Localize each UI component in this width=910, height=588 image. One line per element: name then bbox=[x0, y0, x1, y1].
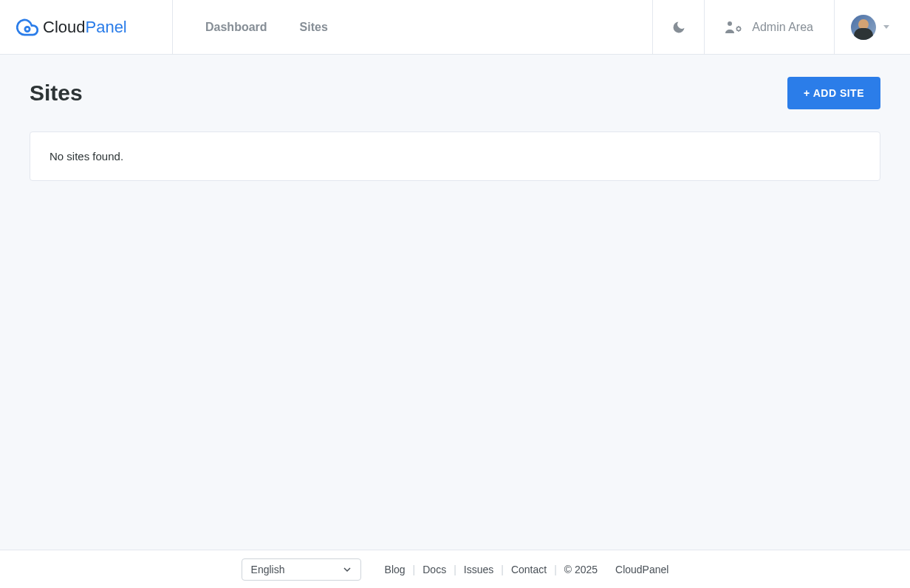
users-gear-icon bbox=[725, 20, 743, 35]
footer-links: Blog | Docs | Issues | Contact | © 2025 … bbox=[385, 564, 669, 575]
svg-point-0 bbox=[25, 27, 30, 31]
main-content: Sites + ADD SITE No sites found. bbox=[0, 55, 910, 550]
logo[interactable]: CloudPanel bbox=[0, 0, 173, 54]
theme-toggle[interactable] bbox=[652, 0, 704, 54]
footer-issues[interactable]: Issues bbox=[464, 564, 493, 575]
footer-docs[interactable]: Docs bbox=[422, 564, 446, 575]
footer-contact[interactable]: Contact bbox=[511, 564, 547, 575]
language-select[interactable]: English bbox=[242, 558, 361, 581]
avatar bbox=[851, 15, 876, 40]
chevron-down-icon bbox=[343, 565, 352, 574]
language-selected: English bbox=[251, 564, 285, 575]
footer-blog[interactable]: Blog bbox=[385, 564, 406, 575]
svg-point-2 bbox=[737, 27, 741, 30]
cloudpanel-logo-icon bbox=[16, 16, 38, 38]
moon-icon bbox=[671, 20, 686, 35]
admin-area-label: Admin Area bbox=[752, 21, 813, 34]
brand: CloudPanel bbox=[615, 564, 668, 575]
empty-state-message: No sites found. bbox=[49, 150, 861, 163]
add-site-button[interactable]: + ADD SITE bbox=[787, 77, 880, 109]
separator: | bbox=[413, 564, 416, 575]
user-menu[interactable] bbox=[834, 0, 910, 54]
header-right: Admin Area bbox=[652, 0, 910, 54]
separator: | bbox=[554, 564, 557, 575]
separator: | bbox=[454, 564, 456, 575]
page-header: Sites + ADD SITE bbox=[30, 77, 880, 109]
nav-sites[interactable]: Sites bbox=[300, 21, 328, 34]
admin-area-link[interactable]: Admin Area bbox=[704, 0, 834, 54]
svg-point-1 bbox=[728, 21, 732, 26]
copyright: © 2025 bbox=[564, 564, 598, 575]
footer: English Blog | Docs | Issues | Contact |… bbox=[0, 550, 910, 588]
sites-card: No sites found. bbox=[30, 131, 880, 181]
header: CloudPanel Dashboard Sites Admin Area bbox=[0, 0, 910, 55]
logo-text: CloudPanel bbox=[43, 18, 127, 37]
nav-dashboard[interactable]: Dashboard bbox=[205, 21, 267, 34]
chevron-down-icon bbox=[883, 25, 889, 29]
page-title: Sites bbox=[30, 81, 83, 106]
main-nav: Dashboard Sites bbox=[173, 0, 652, 54]
separator: | bbox=[501, 564, 504, 575]
